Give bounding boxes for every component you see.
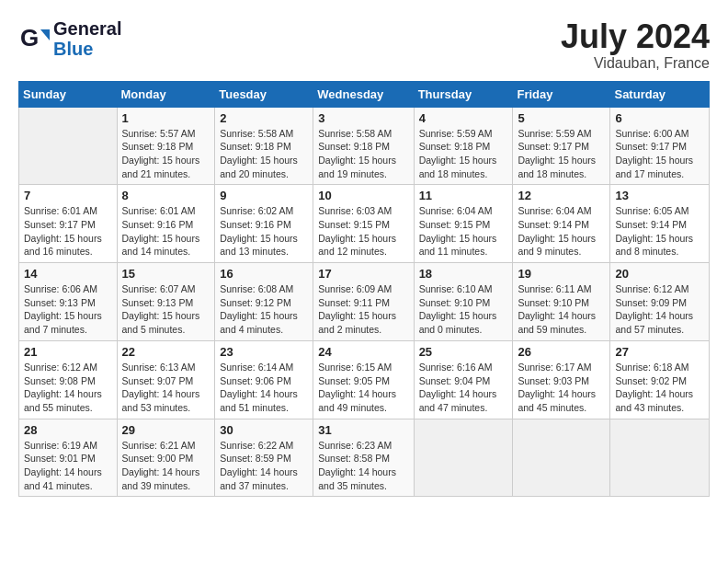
title-block: July 2024 Vidauban, France	[561, 18, 710, 72]
day-info: Sunrise: 6:21 AMSunset: 9:00 PMDaylight:…	[122, 439, 210, 493]
day-number: 15	[122, 267, 210, 281]
calendar-cell: 11Sunrise: 6:04 AMSunset: 9:15 PMDayligh…	[414, 185, 513, 263]
svg-text:G: G	[20, 24, 39, 52]
calendar-cell: 29Sunrise: 6:21 AMSunset: 9:00 PMDayligh…	[117, 419, 215, 497]
day-number: 8	[122, 189, 210, 202]
day-info: Sunrise: 6:05 AMSunset: 9:14 PMDaylight:…	[615, 204, 704, 259]
week-row-4: 21Sunrise: 6:12 AMSunset: 9:08 PMDayligh…	[19, 340, 710, 419]
calendar-cell: 19Sunrise: 6:11 AMSunset: 9:10 PMDayligh…	[513, 263, 610, 341]
weekday-header-thursday: Thursday	[414, 81, 513, 107]
day-info: Sunrise: 5:59 AMSunset: 9:18 PMDaylight:…	[419, 127, 508, 181]
calendar-cell	[513, 419, 610, 497]
day-info: Sunrise: 6:15 AMSunset: 9:05 PMDaylight:…	[318, 361, 408, 415]
calendar-cell	[610, 419, 710, 497]
day-number: 23	[220, 345, 308, 359]
day-number: 30	[220, 423, 308, 437]
calendar-cell: 18Sunrise: 6:10 AMSunset: 9:10 PMDayligh…	[414, 263, 513, 341]
day-number: 28	[24, 423, 112, 437]
day-number: 4	[419, 111, 508, 125]
calendar-cell: 22Sunrise: 6:13 AMSunset: 9:07 PMDayligh…	[117, 340, 215, 419]
day-number: 7	[24, 189, 112, 202]
day-number: 29	[122, 423, 210, 437]
weekday-header-monday: Monday	[117, 81, 215, 107]
calendar-cell: 27Sunrise: 6:18 AMSunset: 9:02 PMDayligh…	[610, 340, 710, 419]
day-info: Sunrise: 6:09 AMSunset: 9:11 PMDaylight:…	[318, 282, 408, 337]
day-info: Sunrise: 6:00 AMSunset: 9:17 PMDaylight:…	[615, 127, 704, 181]
day-number: 18	[419, 267, 508, 281]
weekday-header-sunday: Sunday	[19, 81, 118, 107]
day-info: Sunrise: 5:58 AMSunset: 9:18 PMDaylight:…	[318, 127, 408, 181]
calendar-cell	[19, 107, 118, 185]
day-info: Sunrise: 6:03 AMSunset: 9:15 PMDaylight:…	[318, 204, 408, 259]
page-header: G General Blue July 2024 Vidauban, Franc…	[18, 18, 710, 72]
day-info: Sunrise: 6:06 AMSunset: 9:13 PMDaylight:…	[24, 282, 112, 337]
week-row-2: 7Sunrise: 6:01 AMSunset: 9:17 PMDaylight…	[19, 185, 710, 263]
logo-icon: G	[18, 22, 51, 55]
day-number: 12	[518, 189, 605, 202]
calendar-cell: 10Sunrise: 6:03 AMSunset: 9:15 PMDayligh…	[313, 185, 414, 263]
calendar-cell: 20Sunrise: 6:12 AMSunset: 9:09 PMDayligh…	[610, 263, 710, 341]
logo-blue: Blue	[53, 39, 121, 59]
day-info: Sunrise: 6:13 AMSunset: 9:07 PMDaylight:…	[122, 361, 210, 415]
day-number: 14	[24, 267, 112, 281]
day-number: 25	[419, 345, 508, 359]
day-number: 10	[318, 189, 408, 202]
logo: G General Blue	[18, 18, 121, 59]
calendar-cell: 31Sunrise: 6:23 AMSunset: 8:58 PMDayligh…	[313, 419, 414, 497]
calendar-cell: 8Sunrise: 6:01 AMSunset: 9:16 PMDaylight…	[117, 185, 215, 263]
weekday-header-friday: Friday	[513, 81, 610, 107]
day-number: 17	[318, 267, 408, 281]
calendar-cell: 2Sunrise: 5:58 AMSunset: 9:18 PMDaylight…	[215, 107, 313, 185]
day-number: 6	[615, 111, 704, 125]
day-info: Sunrise: 6:12 AMSunset: 9:09 PMDaylight:…	[615, 282, 704, 337]
day-info: Sunrise: 6:12 AMSunset: 9:08 PMDaylight:…	[24, 361, 112, 415]
day-info: Sunrise: 6:17 AMSunset: 9:03 PMDaylight:…	[518, 361, 605, 415]
day-number: 1	[122, 111, 210, 125]
calendar-cell: 17Sunrise: 6:09 AMSunset: 9:11 PMDayligh…	[313, 263, 414, 341]
week-row-5: 28Sunrise: 6:19 AMSunset: 9:01 PMDayligh…	[19, 419, 710, 497]
calendar-cell	[414, 419, 513, 497]
calendar-cell: 24Sunrise: 6:15 AMSunset: 9:05 PMDayligh…	[313, 340, 414, 419]
day-number: 27	[615, 345, 704, 359]
week-row-3: 14Sunrise: 6:06 AMSunset: 9:13 PMDayligh…	[19, 263, 710, 341]
calendar-cell: 3Sunrise: 5:58 AMSunset: 9:18 PMDaylight…	[313, 107, 414, 185]
day-number: 9	[220, 189, 308, 202]
day-info: Sunrise: 6:18 AMSunset: 9:02 PMDaylight:…	[615, 361, 704, 415]
day-number: 22	[122, 345, 210, 359]
day-info: Sunrise: 6:07 AMSunset: 9:13 PMDaylight:…	[122, 282, 210, 337]
day-number: 13	[615, 189, 704, 202]
day-info: Sunrise: 6:19 AMSunset: 9:01 PMDaylight:…	[24, 439, 112, 493]
day-number: 5	[518, 111, 605, 125]
day-info: Sunrise: 6:23 AMSunset: 8:58 PMDaylight:…	[318, 439, 408, 493]
calendar-cell: 25Sunrise: 6:16 AMSunset: 9:04 PMDayligh…	[414, 340, 513, 419]
calendar-cell: 9Sunrise: 6:02 AMSunset: 9:16 PMDaylight…	[215, 185, 313, 263]
day-info: Sunrise: 5:59 AMSunset: 9:17 PMDaylight:…	[518, 127, 605, 181]
calendar-cell: 4Sunrise: 5:59 AMSunset: 9:18 PMDaylight…	[414, 107, 513, 185]
calendar-cell: 28Sunrise: 6:19 AMSunset: 9:01 PMDayligh…	[19, 419, 118, 497]
day-info: Sunrise: 6:16 AMSunset: 9:04 PMDaylight:…	[419, 361, 508, 415]
day-info: Sunrise: 6:11 AMSunset: 9:10 PMDaylight:…	[518, 282, 605, 337]
day-info: Sunrise: 6:02 AMSunset: 9:16 PMDaylight:…	[220, 204, 308, 259]
day-number: 16	[220, 267, 308, 281]
calendar-cell: 1Sunrise: 5:57 AMSunset: 9:18 PMDaylight…	[117, 107, 215, 185]
svg-marker-1	[40, 29, 50, 40]
day-number: 21	[24, 345, 112, 359]
week-row-1: 1Sunrise: 5:57 AMSunset: 9:18 PMDaylight…	[19, 107, 710, 185]
month-title: July 2024	[561, 18, 710, 55]
day-number: 24	[318, 345, 408, 359]
day-info: Sunrise: 6:10 AMSunset: 9:10 PMDaylight:…	[419, 282, 508, 337]
day-info: Sunrise: 5:57 AMSunset: 9:18 PMDaylight:…	[122, 127, 210, 181]
calendar-cell: 7Sunrise: 6:01 AMSunset: 9:17 PMDaylight…	[19, 185, 118, 263]
day-number: 19	[518, 267, 605, 281]
day-number: 11	[419, 189, 508, 202]
day-info: Sunrise: 6:08 AMSunset: 9:12 PMDaylight:…	[220, 282, 308, 337]
calendar-cell: 30Sunrise: 6:22 AMSunset: 8:59 PMDayligh…	[215, 419, 313, 497]
calendar-cell: 12Sunrise: 6:04 AMSunset: 9:14 PMDayligh…	[513, 185, 610, 263]
calendar-cell: 6Sunrise: 6:00 AMSunset: 9:17 PMDaylight…	[610, 107, 710, 185]
day-number: 2	[220, 111, 308, 125]
day-info: Sunrise: 6:14 AMSunset: 9:06 PMDaylight:…	[220, 361, 308, 415]
day-number: 31	[318, 423, 408, 437]
calendar-table: SundayMondayTuesdayWednesdayThursdayFrid…	[18, 81, 710, 498]
weekday-header-tuesday: Tuesday	[215, 81, 313, 107]
day-number: 26	[518, 345, 605, 359]
